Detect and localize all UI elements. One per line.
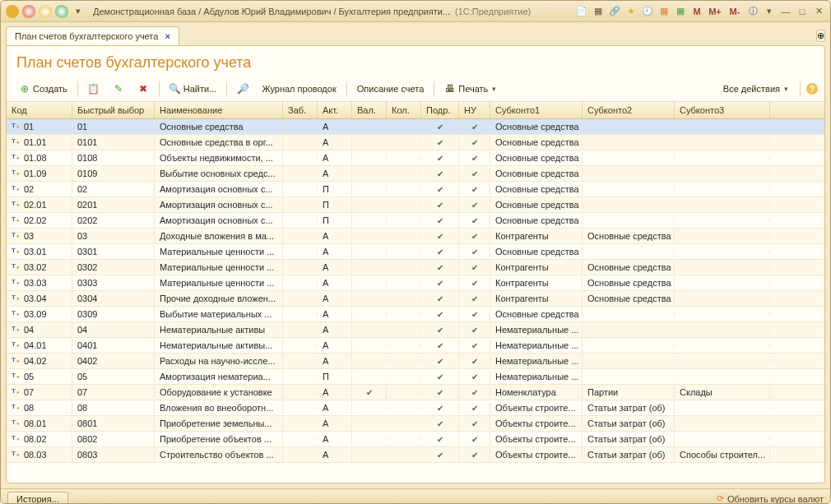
column-header[interactable]: Субконто1 [490,102,583,118]
column-header[interactable]: Субконто3 [675,102,770,118]
description-button[interactable]: Описание счета [351,81,430,97]
table-cell [387,266,421,269]
create-button[interactable]: ⊕ Создать [13,80,73,98]
print-button[interactable]: 🖶 Печать ▾ [439,80,502,98]
table-cell [283,375,318,378]
table-row[interactable]: 04.010401Нематериальные активы...А✔✔Нема… [7,338,824,354]
clear-find-button[interactable]: 🔎 [231,80,254,98]
table-cell: 0401 [72,339,155,352]
table-cell: 0108 [72,151,155,164]
column-header[interactable]: Код [7,102,72,118]
journal-button[interactable]: Журнал проводок [256,81,341,97]
column-header[interactable]: Субконто2 [583,102,675,118]
table-cell [675,437,770,441]
table-cell: 08 [72,401,155,414]
table-row[interactable]: 08.010801Приобретение земельны...А✔✔Объе… [7,416,824,432]
table-cell: Материальные ценности ... [155,245,283,258]
table-cell: 02 [7,183,72,196]
table-cell: 0202 [72,214,155,227]
table-row[interactable]: 02.010201Амортизация основных с...П✔✔Осн… [7,197,824,213]
table-row[interactable]: 01.090109Выбытие основных средс...А✔✔Осн… [7,166,824,182]
table-cell: Амортизация основных с... [155,183,283,196]
table-cell: Основные средства [490,167,583,180]
close-icon[interactable]: ✕ [812,5,825,18]
calendar-icon[interactable]: ▦ [674,5,687,18]
table-row[interactable]: 03.030303Материальные ценности ...А✔✔Кон… [7,275,824,291]
find-button[interactable]: 🔍 Найти... [164,80,223,98]
m-plus-button[interactable]: M+ [707,5,723,18]
calc-icon[interactable]: ▦ [657,5,671,18]
all-actions-button[interactable]: Все действия ▾ [717,81,794,97]
table-row[interactable]: 03.090309Выбытие материальных ...А✔✔Осно… [7,307,824,322]
grid-body[interactable]: 0101Основные средстваА✔✔Основные средств… [7,119,824,483]
column-header[interactable]: Кол. [387,102,421,118]
tab-close-icon[interactable]: × [165,31,169,41]
column-header[interactable]: Заб. [283,102,318,118]
separator [434,81,434,96]
minimize-icon[interactable]: — [779,5,792,18]
table-row[interactable]: 0707Оборудование к установкеА✔✔✔Номенкла… [7,385,824,400]
table-row[interactable]: 0202Амортизация основных с...П✔✔Основные… [7,182,824,197]
table-row[interactable]: 08.030803Строительство объектов ...А✔✔Об… [7,447,824,463]
column-header[interactable]: Акт. [318,102,352,118]
history-icon[interactable]: 🕘 [641,5,654,18]
tab-active[interactable]: План счетов бухгалтерского учета × [6,26,179,45]
table-row[interactable]: 0404Нематериальные активыА✔✔Нематериальн… [7,322,824,338]
table-cell: ✔ [421,449,459,461]
history-button[interactable]: История... [7,492,68,505]
table-cell: 03 [72,229,155,243]
table-cell [387,156,421,160]
refresh-label[interactable]: Обновить курсы валют [727,494,824,504]
copy-button[interactable]: 📋 [82,80,105,98]
table-row[interactable]: 03.020302Материальные ценности ...А✔✔Кон… [7,260,824,275]
edit-button[interactable]: ✎ [107,80,130,98]
m-button[interactable]: M [690,5,703,18]
table-cell: Основные средства [490,136,583,149]
sys-close-icon[interactable] [22,5,35,18]
column-header[interactable]: Быстрый выбор [72,102,155,118]
statusbar: История... ⟳ Обновить курсы валют [1,488,830,504]
maximize-icon[interactable]: □ [796,5,809,18]
column-header[interactable]: Вал. [352,102,387,118]
table-cell: Статьи затрат (об) [583,417,675,430]
table-cell: Контрагенты [490,276,583,289]
table-cell [352,406,387,409]
table-row[interactable]: 03.010301Материальные ценности ...А✔✔Осн… [7,244,824,260]
sys-min-icon[interactable] [39,5,52,18]
table-row[interactable]: 04.020402Расходы на научно-иссле...А✔✔Не… [7,354,824,369]
table-cell [675,312,770,316]
column-header[interactable]: Подр. [421,102,459,118]
info-icon[interactable]: ⓘ [746,5,759,18]
tab-expand-icon[interactable]: ⊕ [816,30,825,42]
delete-icon: ✖ [137,83,149,95]
table-row[interactable]: 01.080108Объекты недвижимости, ...А✔✔Осн… [7,150,824,166]
doc-icon[interactable]: 📄 [575,5,588,18]
table-cell: ✔ [421,402,459,414]
m-minus-button[interactable]: M- [727,5,743,18]
column-header[interactable]: НУ [459,102,490,118]
column-header[interactable]: Наименование [155,102,283,118]
table-cell [387,281,421,284]
help-icon[interactable]: ? [806,83,818,95]
link-icon[interactable]: 🔗 [608,5,621,18]
table-row[interactable]: 0505Амортизация нематериа...П✔✔Нематериа… [7,369,824,385]
table-row[interactable]: 0303Доходные вложения в ма...А✔✔Контраге… [7,229,824,244]
table-cell [283,344,318,347]
table-cell: ✔ [421,136,459,149]
sys-max-icon[interactable] [55,5,68,18]
delete-button[interactable]: ✖ [132,80,155,98]
row-icon [12,419,21,428]
refresh-icon[interactable]: ⟳ [717,493,724,504]
table-row[interactable]: 02.020202Амортизация основных с...П✔✔Осн… [7,213,824,229]
table-row[interactable]: 08.020802Приобретение объектов ...А✔✔Объ… [7,432,824,447]
dropdown2-icon[interactable]: ▾ [763,5,776,18]
star-icon[interactable]: ★ [624,5,638,18]
app-icon[interactable] [6,5,19,18]
table-row[interactable]: 0101Основные средстваА✔✔Основные средств… [7,119,824,135]
table-row[interactable]: 03.040304Прочие доходные вложен...А✔✔Кон… [7,291,824,307]
table-cell: А [318,401,352,414]
grid-icon[interactable]: ▦ [592,5,605,18]
table-row[interactable]: 01.010101Основные средства в орг...А✔✔Ос… [7,135,824,150]
dropdown-icon[interactable]: ▾ [72,5,85,18]
table-row[interactable]: 0808Вложения во внеоборотн...А✔✔Объекты … [7,400,824,416]
